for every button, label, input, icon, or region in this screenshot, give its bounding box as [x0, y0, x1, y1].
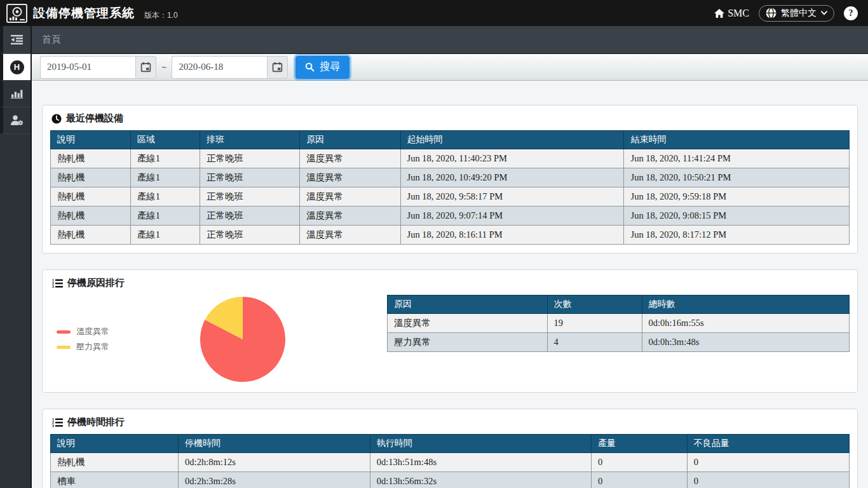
panel-recent-downtime: 最近停機設備 說明區域排班原因起始時間結束時間 熱軋機產線1正常晚班溫度異常Ju… [42, 105, 858, 254]
legend-marker [57, 346, 71, 349]
table-cell: 產線1 [130, 168, 200, 187]
table-cell: 槽車 [51, 472, 179, 488]
table-cell: 正常晚班 [200, 207, 300, 226]
table-cell: 熱軋機 [51, 168, 131, 187]
table-cell: 熱軋機 [51, 149, 131, 168]
column-header: 結束時間 [624, 131, 850, 149]
reason-pie-chart: 溫度異常壓力異常 [50, 295, 387, 384]
sidebar-item-user-management[interactable] [0, 107, 31, 134]
home-icon [714, 9, 724, 18]
date-range-separator: ~ [161, 62, 166, 72]
sidebar-item-statistics[interactable] [0, 81, 31, 107]
date-from-input[interactable] [40, 56, 135, 79]
date-from-calendar-button[interactable] [135, 56, 156, 79]
table-cell: 正常晚班 [200, 168, 300, 187]
table-row: 熱軋機0d:2h:8m:12s0d:13h:51m:48s00 [51, 453, 850, 472]
table-cell: 溫度異常 [300, 207, 400, 226]
column-header: 說明 [51, 435, 179, 453]
table-row: 熱軋機產線1正常晚班溫度異常Jun 18, 2020, 9:58:17 PMJu… [51, 187, 850, 207]
main-layout: H [0, 26, 868, 488]
breadcrumb-current[interactable]: 首頁 [42, 34, 61, 46]
table-cell: 0d:13h:51m:48s [370, 453, 591, 472]
outdent-icon [11, 35, 23, 44]
table-cell: 產線1 [130, 149, 200, 168]
date-to-group [172, 56, 288, 79]
date-to-input[interactable] [172, 56, 267, 79]
table-cell: 熱軋機 [51, 453, 179, 472]
app-title: 設備停機管理系統 [33, 5, 135, 22]
table-cell: Jun 18, 2020, 9:58:17 PM [400, 187, 624, 207]
sidebar-item-home[interactable]: H [0, 54, 31, 81]
table-cell: 0 [591, 453, 687, 472]
table-cell: 溫度異常 [388, 314, 548, 333]
table-cell: 正常晚班 [200, 187, 300, 207]
panel-recent-downtime-title: 最近停機設備 [51, 112, 850, 125]
panel-reason-ranking-title: 123 停機原因排行 [51, 277, 850, 289]
table-cell: 0 [591, 472, 687, 488]
app-logo-icon [6, 4, 27, 23]
search-button-label: 搜尋 [320, 60, 340, 74]
table-cell: Jun 18, 2020, 9:08:15 PM [624, 207, 850, 226]
calendar-icon [272, 62, 283, 72]
clock-icon [51, 114, 62, 124]
home-link[interactable]: SMC [714, 8, 749, 19]
sidebar: H [0, 26, 32, 488]
navbar-right: SMC 繁體中文 ? [714, 5, 858, 22]
table-row: 熱軋機產線1正常晚班溫度異常Jun 18, 2020, 11:40:23 PMJ… [51, 149, 850, 168]
column-header: 不良品量 [687, 435, 849, 453]
panel-title-text: 最近停機設備 [66, 112, 123, 125]
table-row: 槽車0d:2h:3m:28s0d:13h:56m:32s00 [51, 472, 850, 488]
table-cell: 熱軋機 [51, 207, 131, 226]
app-version: 版本：1.0 [144, 10, 178, 21]
globe-icon [766, 8, 776, 18]
table-cell: 0d:13h:56m:32s [370, 472, 591, 488]
date-from-group [40, 56, 156, 79]
table-header-row: 說明停機時間執行時間產量不良品量 [51, 435, 850, 453]
panel-title-text: 停機原因排行 [67, 277, 125, 289]
table-cell: Jun 18, 2020, 11:40:23 PM [400, 149, 624, 168]
app-brand: 設備停機管理系統 版本：1.0 [6, 4, 178, 23]
search-button[interactable]: 搜尋 [295, 56, 349, 79]
table-cell: 產線1 [130, 187, 200, 207]
table-cell: 0d:2h:8m:12s [179, 453, 370, 472]
table-cell: Jun 18, 2020, 8:16:11 PM [400, 226, 624, 245]
table-cell: 溫度異常 [300, 226, 400, 245]
table-cell: 溫度異常 [300, 149, 400, 168]
reason-ranking-body: 溫度異常壓力異常 原因次數總時數 溫度異常190d:0h:16m:55s壓力異常… [50, 295, 850, 384]
table-cell: 4 [547, 333, 642, 352]
search-icon [305, 62, 315, 72]
legend-label: 壓力異常 [76, 341, 109, 353]
table-cell: 0d:2h:3m:28s [179, 472, 370, 488]
date-to-calendar-button[interactable] [267, 56, 288, 79]
language-select[interactable]: 繁體中文 [759, 5, 834, 22]
home-h-icon: H [10, 60, 24, 74]
sidebar-toggle-button[interactable] [0, 26, 31, 54]
table-row: 熱軋機產線1正常晚班溫度異常Jun 18, 2020, 10:49:20 PMJ… [51, 168, 850, 187]
user-gear-icon [10, 115, 24, 126]
svg-text:3: 3 [52, 424, 54, 428]
table-cell: 0 [687, 453, 849, 472]
column-header: 排班 [200, 131, 300, 149]
column-header: 次數 [547, 295, 642, 314]
breadcrumb: 首頁 [32, 26, 868, 54]
pie-chart-svg [200, 297, 285, 382]
panel-time-ranking: 123 停機時間排行 說明停機時間執行時間產量不良品量 熱軋機0d:2h:8m:… [42, 409, 858, 488]
table-row: 熱軋機產線1正常晚班溫度異常Jun 18, 2020, 8:16:11 PMJu… [51, 226, 850, 245]
column-header: 起始時間 [400, 131, 624, 149]
table-header-row: 說明區域排班原因起始時間結束時間 [51, 131, 850, 149]
table-cell: 0d:0h:16m:55s [642, 314, 849, 333]
top-navbar: 設備停機管理系統 版本：1.0 SMC 繁體中文 ? [0, 0, 868, 26]
panel-time-ranking-title: 123 停機時間排行 [51, 416, 850, 428]
column-header: 原因 [388, 295, 548, 314]
pie-chart [200, 297, 285, 382]
legend-item[interactable]: 溫度異常 [57, 326, 152, 337]
table-cell: Jun 18, 2020, 11:41:24 PM [624, 149, 850, 168]
help-button[interactable]: ? [844, 6, 858, 20]
table-cell: 溫度異常 [300, 187, 400, 207]
recent-downtime-table: 說明區域排班原因起始時間結束時間 熱軋機產線1正常晚班溫度異常Jun 18, 2… [50, 130, 850, 245]
chevron-down-icon [821, 11, 827, 15]
language-label: 繁體中文 [781, 8, 817, 19]
time-ranking-table: 說明停機時間執行時間產量不良品量 熱軋機0d:2h:8m:12s0d:13h:5… [50, 434, 850, 488]
table-cell: 正常晚班 [200, 226, 300, 245]
legend-item[interactable]: 壓力異常 [57, 341, 152, 353]
